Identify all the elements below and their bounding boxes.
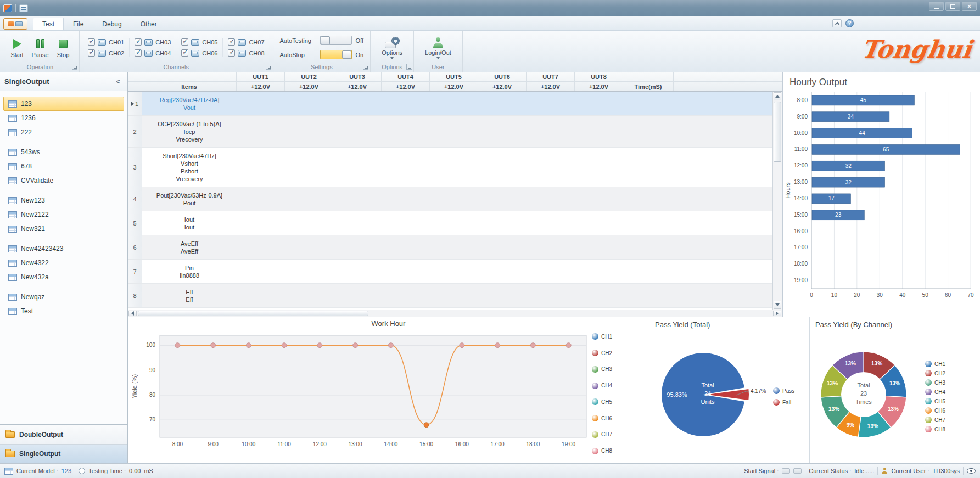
user-icon: [881, 468, 888, 474]
pause-label: Pause: [31, 52, 48, 58]
work-hour-panel: Work Hour 7080901008:009:0010:0011:0012:…: [128, 317, 649, 463]
checkbox-icon[interactable]: [135, 49, 142, 57]
tab-other[interactable]: Other: [131, 18, 166, 30]
header-cell-uut[interactable]: UUT4: [382, 72, 430, 81]
sidebar-nav-singleoutput[interactable]: SingleOutput: [0, 444, 127, 463]
checkbox-icon[interactable]: [135, 38, 142, 46]
checkbox-icon[interactable]: [88, 38, 95, 46]
help-icon[interactable]: ?: [845, 19, 854, 27]
legend-label: CH4: [934, 389, 945, 395]
sidebar-item-newqaz[interactable]: Newqaz: [3, 290, 124, 304]
channel-icon: [238, 39, 246, 46]
eye-icon[interactable]: [967, 468, 976, 474]
table-row[interactable]: 5IoutIout: [128, 211, 772, 235]
header-cell-uut[interactable]: UUT2: [285, 72, 333, 81]
scroll-thumb[interactable]: [774, 102, 781, 162]
scroll-track[interactable]: [138, 311, 772, 316]
table-row[interactable]: 6AveEffAveEff: [128, 235, 772, 260]
app-icon[interactable]: [3, 4, 12, 12]
app-menu-button[interactable]: [3, 18, 27, 30]
sidebar-item-222[interactable]: 222: [3, 125, 124, 139]
header-cell-uut[interactable]: UUT5: [430, 72, 478, 81]
scroll-track[interactable]: [774, 101, 781, 300]
minimize-button[interactable]: [929, 2, 944, 11]
vertical-scrollbar[interactable]: [772, 92, 782, 310]
testing-time-label: Testing Time :: [88, 468, 126, 474]
sidebar-item-test[interactable]: Test: [3, 304, 124, 318]
options-button[interactable]: Options: [374, 36, 410, 59]
channel-checkbox-ch03[interactable]: CH03: [135, 38, 171, 46]
header-cell-items[interactable]: Items: [142, 82, 237, 91]
tab-test[interactable]: Test: [33, 18, 64, 30]
collapse-ribbon-icon[interactable]: [832, 19, 842, 27]
channel-checkbox-ch08[interactable]: CH08: [228, 49, 264, 57]
header-cell-time[interactable]: Time(mS): [623, 82, 674, 91]
table-row[interactable]: 4Pout[230Vac/53Hz-0.9A]Pout: [128, 187, 772, 211]
table-icon: [8, 294, 17, 301]
sidebar-item-678[interactable]: 678: [3, 159, 124, 173]
sidebar-item-new432a[interactable]: New432a: [3, 270, 124, 284]
channel-checkbox-ch02[interactable]: CH02: [88, 49, 124, 57]
scroll-up-arrow[interactable]: [774, 92, 781, 100]
stop-button[interactable]: Stop: [53, 37, 74, 58]
sidebar-item-cvvalidate[interactable]: CVValidate: [3, 173, 124, 188]
checkbox-icon[interactable]: [181, 38, 188, 46]
login-out-button[interactable]: Login/Out: [417, 36, 459, 59]
checkbox-icon[interactable]: [228, 38, 235, 46]
sidebar-collapse-button[interactable]: <: [113, 77, 123, 87]
header-cell-uut[interactable]: UUT6: [478, 72, 527, 81]
header-cell-uut[interactable]: UUT8: [575, 72, 623, 81]
close-button[interactable]: ×: [962, 2, 977, 11]
svg-text:8:00: 8:00: [797, 97, 808, 103]
table-row[interactable]: 8EffEff: [128, 284, 772, 308]
start-button[interactable]: Start: [7, 37, 27, 58]
legend-label: Fail: [782, 400, 791, 406]
dialog-launcher-icon[interactable]: [72, 64, 77, 70]
tab-debug[interactable]: Debug: [93, 18, 131, 30]
tab-file[interactable]: File: [64, 18, 93, 30]
autotesting-toggle[interactable]: [320, 36, 352, 45]
current-user-value: TH300sys: [932, 468, 960, 474]
checkbox-icon[interactable]: [181, 49, 188, 57]
scroll-left-arrow[interactable]: [128, 311, 137, 316]
table-row[interactable]: 1Reg[230Vac/47Hz-0A]Vout: [128, 92, 772, 116]
sidebar-item-new123[interactable]: New123: [3, 193, 124, 207]
sidebar-nav-doubleoutput[interactable]: DoubleOutput: [0, 425, 127, 444]
channel-checkbox-ch05[interactable]: CH05: [181, 38, 217, 46]
row-item-names: Reg[230Vac/47Hz-0A]Vout: [142, 92, 237, 115]
header-cell-uut[interactable]: UUT1: [237, 72, 285, 81]
autostop-toggle[interactable]: [320, 50, 352, 59]
main-area: SingleOutput < 1231236222543ws678CVValid…: [0, 72, 980, 463]
restore-button[interactable]: [945, 2, 960, 11]
scroll-thumb[interactable]: [138, 311, 368, 316]
dialog-launcher-icon[interactable]: [266, 64, 271, 70]
dialog-launcher-icon[interactable]: [363, 64, 368, 70]
table-row[interactable]: 3Short[230Vac/47Hz]VshortPshortVrecovery: [128, 148, 772, 187]
channel-checkbox-ch07[interactable]: CH07: [228, 38, 264, 46]
channel-checkbox-ch06[interactable]: CH06: [181, 49, 217, 57]
checkbox-icon[interactable]: [88, 49, 95, 57]
sidebar-item-543ws[interactable]: 543ws: [3, 145, 124, 159]
sidebar-item-new321[interactable]: New321: [3, 222, 124, 236]
sidebar-item-123[interactable]: 123: [3, 97, 124, 111]
scroll-right-arrow[interactable]: [773, 311, 781, 316]
table-row[interactable]: 7PinIin8888: [128, 260, 772, 284]
quick-access-icon[interactable]: [19, 4, 28, 12]
header-cell-uut[interactable]: UUT7: [527, 72, 575, 81]
horizontal-scrollbar[interactable]: [128, 310, 782, 317]
sidebar-item-1236[interactable]: 1236: [3, 111, 124, 125]
sidebar-item-new4322[interactable]: New4322: [3, 256, 124, 270]
scroll-down-arrow[interactable]: [774, 301, 781, 309]
checkbox-icon[interactable]: [228, 49, 235, 57]
autostop-state: On: [356, 52, 364, 58]
sidebar-item-new2122[interactable]: New2122: [3, 207, 124, 222]
dialog-launcher-icon[interactable]: [406, 64, 412, 70]
sidebar-item-new42423423[interactable]: New42423423: [3, 241, 124, 256]
header-cell-uut[interactable]: UUT3: [333, 72, 382, 81]
legend-item-ch3: CH3: [592, 366, 641, 373]
sidebar-item-label: 543ws: [21, 148, 40, 156]
channel-checkbox-ch04[interactable]: CH04: [135, 49, 171, 57]
table-row[interactable]: 2OCP[230Vac/-(1 to 5)A]IocpVrecovery: [128, 116, 772, 148]
channel-checkbox-ch01[interactable]: CH01: [88, 38, 124, 46]
pause-button[interactable]: Pause: [30, 37, 51, 58]
